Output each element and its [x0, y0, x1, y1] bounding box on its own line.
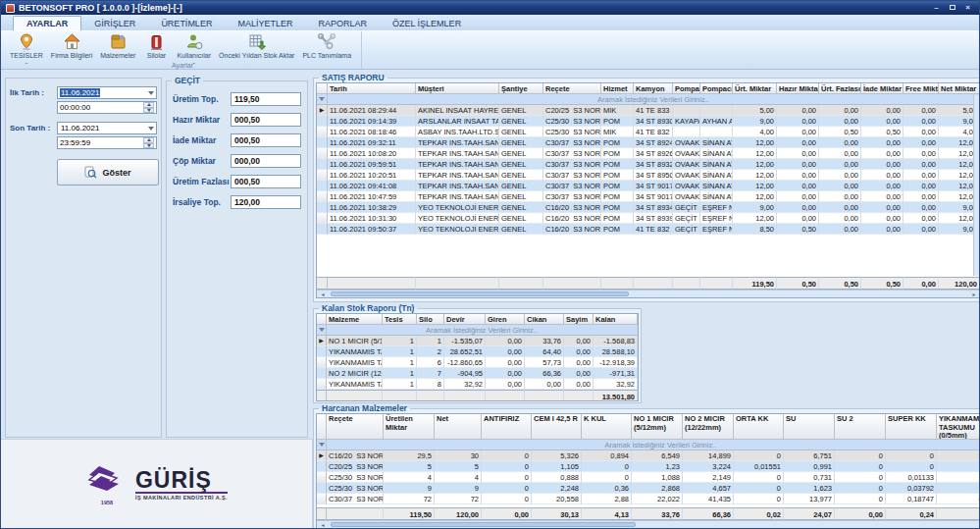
minimize-button[interactable]: – — [930, 3, 943, 13]
table-row[interactable]: 11.06.2021 09:59:51TEPKAR INS.TAAH.SAN.V… — [317, 159, 980, 170]
table-row[interactable]: ▶11.06.2021 08:29:44AKINEL INSAAT HAYRET… — [317, 105, 980, 116]
scroll-left-icon[interactable]: ◄ — [317, 291, 329, 297]
grid-filter-row[interactable]: Aramak İstediğiniz Verileri Giriniz.. — [317, 94, 980, 105]
close-button[interactable]: × — [961, 3, 974, 13]
column-header[interactable]: ORTA KK — [734, 414, 784, 440]
ribbon-item-users[interactable]: Kullanıcılar- — [173, 32, 215, 60]
column-header[interactable]: Net Miktar — [939, 83, 980, 94]
column-header[interactable]: Hazır Miktar — [777, 83, 819, 94]
column-header[interactable]: SU — [784, 414, 835, 440]
scroll-left-icon[interactable]: ◄ — [317, 522, 329, 528]
first-date-picker[interactable]: 11.06.2021 — [57, 86, 157, 99]
table-row[interactable]: NO 2 MICIR (12/22mm)17-904,950,0066,360,… — [317, 368, 638, 379]
filter-hint[interactable]: Aramak İstediğiniz Verileri Giriniz.. — [328, 94, 980, 105]
column-header[interactable]: Üretilen Miktar — [384, 414, 435, 440]
table-row[interactable]: C25/30 S3 NORMA4400,88801,0882,14900,731… — [317, 472, 980, 483]
column-header[interactable]: NO 1 MICIR (5/12mm) — [632, 414, 683, 440]
filter-hint[interactable]: Aramak İstediğiniz Verileri Giriniz.. — [327, 440, 980, 450]
table-row[interactable]: 11.06.2021 10:47:59TEPKAR INS.TAAH.SAN.V… — [317, 191, 980, 202]
menu-tab-6[interactable]: ÖZEL İŞLEMLER — [380, 17, 474, 30]
column-header[interactable]: Net — [435, 414, 482, 440]
horizontal-scrollbar[interactable]: ◄► — [317, 520, 980, 528]
table-row[interactable]: YIKANMAMIS TASKUMU1832,920,000,000,0032,… — [317, 379, 638, 390]
filter-funnel-icon[interactable] — [317, 94, 328, 105]
column-header[interactable]: Kalan — [593, 314, 638, 325]
column-header[interactable]: Cikan — [525, 314, 564, 325]
table-row[interactable]: 11.06.2021 08:18:46ASBAY INS.TAAH.LTD.ST… — [317, 127, 980, 137]
column-header[interactable]: Şantiye — [499, 83, 543, 94]
menu-tab-3[interactable]: ÜRETİMLER — [148, 17, 225, 30]
vertical-scrollbar[interactable] — [973, 95, 980, 276]
column-header[interactable]: NO 2 MICIR (12/22mm) — [683, 414, 734, 440]
column-header[interactable]: Devir — [444, 314, 486, 325]
gecit-field-value[interactable]: 119,50 — [231, 92, 301, 106]
gecit-field-value[interactable]: 000,00 — [231, 154, 301, 168]
column-header[interactable]: Ürt. Fazlası — [819, 83, 861, 94]
table-row[interactable]: 11.06.2021 10:08:20TEPKAR INS.TAAH.SAN.V… — [317, 148, 980, 159]
column-header[interactable]: SU 2 — [835, 414, 886, 440]
scrollbar-thumb[interactable] — [331, 291, 629, 296]
column-header[interactable]: Giren — [486, 314, 525, 325]
column-header[interactable]: Reçete — [543, 83, 601, 94]
menu-tab-4[interactable]: MALİYETLER — [225, 17, 305, 30]
last-date-picker[interactable]: 11.06.2021 — [57, 122, 157, 134]
table-row[interactable]: C25/30 S3 NORMA9902,2480,362,8684,65701,… — [317, 483, 980, 494]
table-row[interactable]: C20/25 S3 NORMA5501,10501,233,2240,01551… — [317, 461, 980, 472]
first-time-input[interactable]: 00:00:00 — [57, 101, 157, 114]
last-time-input[interactable]: 23:59:59 — [57, 136, 157, 149]
column-header[interactable]: Tarih — [328, 83, 416, 94]
table-row[interactable]: 11.06.2021 09:50:37YEO TEKNOLOJİ ENERJİ … — [317, 224, 980, 235]
ribbon-item-silo[interactable]: Silolar — [139, 32, 173, 60]
horizontal-scrollbar[interactable]: ◄► — [317, 290, 980, 297]
gecit-field-value[interactable]: 000,50 — [231, 175, 301, 188]
table-row[interactable]: 11.06.2021 10:20:51TEPKAR INS.TAAH.SAN.V… — [317, 170, 980, 181]
restore-button[interactable] — [946, 3, 958, 13]
ribbon-item-stock-transfer[interactable]: Önceki Yıldan Stok Aktar — [215, 32, 298, 60]
column-header[interactable]: Free Miktar — [903, 83, 939, 94]
scrollbar-thumb[interactable] — [331, 522, 636, 527]
column-header[interactable]: Ürt. Miktar — [733, 83, 777, 94]
menu-tab-5[interactable]: RAPORLAR — [305, 17, 380, 30]
table-row[interactable]: 11.06.2021 09:32:11TEPKAR INS.TAAH.SAN.V… — [317, 137, 980, 148]
menu-tab-1[interactable]: AYARLAR — [13, 16, 81, 30]
table-row[interactable]: ▶C16/20 S3 NORMA29,53005,3260,8946,54914… — [317, 450, 980, 461]
gecit-field-value[interactable]: 000,50 — [231, 133, 301, 147]
gecit-field-value[interactable]: 000,50 — [231, 113, 301, 127]
column-header[interactable]: Malzeme — [327, 314, 383, 325]
chevron-down-icon[interactable] — [148, 127, 154, 131]
column-header[interactable]: Sayim — [564, 314, 593, 325]
ribbon-item-plc-tools[interactable]: PLC Tanımlama — [298, 32, 355, 60]
table-row[interactable]: 11.06.2021 09:41:08TEPKAR INS.TAAH.SAN.V… — [317, 181, 980, 191]
table-row[interactable]: ▶NO 1 MICIR (5/12mm)11-1.535,070,0033,76… — [317, 336, 638, 346]
grid-filter-row[interactable]: Aramak İstediğiniz Verileri Giriniz.. — [317, 440, 980, 450]
column-header[interactable]: Silo — [417, 314, 444, 325]
table-row[interactable]: 11.06.2021 10:31:30YEO TEKNOLOJİ ENERJİ … — [317, 213, 980, 224]
column-header[interactable]: Müşteri — [416, 83, 499, 94]
spin-down-button[interactable] — [143, 143, 154, 149]
column-header[interactable]: İade Miktar — [861, 83, 903, 94]
column-header[interactable]: YIKANMAMIS TASKUMU (0/5mm) — [937, 414, 980, 440]
ribbon-item-materials-box[interactable]: Malzemeler — [96, 32, 139, 60]
grid-filter-row[interactable]: Aramak İstediğiniz Verileri Giriniz.. — [317, 325, 638, 336]
column-header[interactable]: SUPER KK — [886, 414, 937, 440]
table-row[interactable]: YIKANMAMIS TASKUMU16-12.860,650,0057,730… — [317, 357, 638, 368]
table-row[interactable]: C30/37 S3 NORMA7272020,5582,8822,02241,4… — [317, 494, 980, 504]
column-header[interactable]: Pompa — [673, 83, 700, 94]
column-header[interactable]: Hizmet — [601, 83, 634, 94]
column-header[interactable]: K KUL — [582, 414, 632, 440]
table-row[interactable]: YIKANMAMIS TASKUMU1228.652,510,0064,400,… — [317, 346, 638, 357]
filter-funnel-icon[interactable] — [317, 325, 327, 336]
column-header[interactable]: ANTIFIRIZ — [482, 414, 532, 440]
chevron-down-icon[interactable] — [148, 91, 154, 95]
ribbon-item-facilities-pin[interactable]: TESİSLER- — [6, 32, 47, 60]
show-button[interactable]: Göster — [57, 159, 159, 185]
gecit-field-value[interactable]: 120,00 — [231, 195, 301, 209]
column-header[interactable]: CEM I 42,5 R — [532, 414, 582, 440]
column-header[interactable]: Tesis — [383, 314, 417, 325]
filter-hint[interactable]: Aramak İstediğiniz Verileri Giriniz.. — [327, 325, 638, 336]
spin-down-button[interactable] — [143, 108, 154, 114]
column-header[interactable]: Pompacı — [700, 83, 733, 94]
ribbon-item-company-house[interactable]: Firma Bilgileri — [47, 32, 96, 60]
table-row[interactable]: 11.06.2021 09:14:39ARSLANLAR INSAAT TAAH… — [317, 116, 980, 127]
filter-funnel-icon[interactable] — [317, 440, 327, 450]
